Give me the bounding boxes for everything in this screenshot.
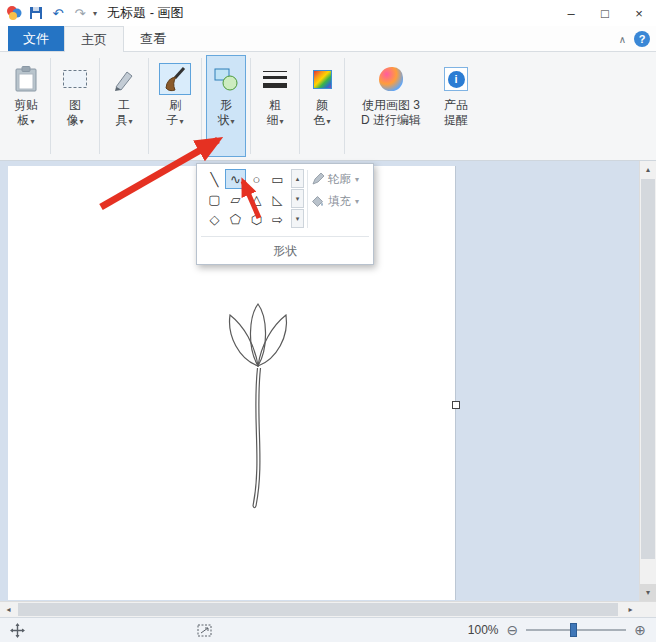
- shapes-panel-footer-label: 形状: [197, 243, 373, 260]
- title-bar: ↶ ↷ ▾ 无标题 - 画图 – □ ×: [0, 0, 656, 26]
- window-title: 无标题 - 画图: [107, 4, 184, 22]
- chevron-down-icon: ▾: [355, 197, 359, 206]
- paint3d-label: 使用画图 3: [361, 98, 421, 113]
- shape-curve[interactable]: ∿: [225, 169, 246, 189]
- shapes-button[interactable]: 形 状▾: [206, 55, 246, 157]
- undo-icon[interactable]: ↶: [49, 4, 67, 22]
- shapes-label: 形: [217, 98, 234, 113]
- outline-button[interactable]: 轮廓 ▾: [312, 170, 359, 188]
- scroll-right-icon[interactable]: ▸: [622, 602, 639, 617]
- chevron-down-icon: ▾: [128, 117, 132, 126]
- chevron-down-icon: ▾: [30, 117, 34, 126]
- shape-diamond[interactable]: ◇: [204, 209, 225, 229]
- vertical-scrollbar[interactable]: ▴ ▾: [639, 161, 656, 601]
- zoom-in-icon[interactable]: ⊕: [634, 622, 646, 638]
- quick-access-toolbar: ↶ ↷ ▾: [27, 4, 97, 22]
- ribbon-home: 剪贴 板▾ 图 像▾ 工 具▾: [0, 52, 656, 161]
- size-button[interactable]: 粗 细▾: [255, 55, 295, 157]
- colors-label: 颜: [313, 98, 330, 113]
- brush-icon: [159, 63, 191, 95]
- colors-button[interactable]: 颜 色▾: [304, 55, 340, 157]
- chevron-down-icon: ▾: [79, 117, 83, 126]
- zoom-level-label: 100%: [468, 623, 499, 637]
- shapes-dropdown-panel: ╲ ∿ ○ ▭ ▢ ▱ △ ◺ ◇ ⬠ ⬡ ⇨ ▴ ▾ ▾: [196, 163, 374, 265]
- zoom-out-icon[interactable]: ⊖: [507, 622, 519, 638]
- zoom-slider[interactable]: [526, 623, 626, 637]
- select-icon: [62, 60, 88, 98]
- image-button[interactable]: 图 像▾: [55, 55, 95, 157]
- vertical-scroll-thumb[interactable]: [641, 179, 655, 559]
- scrollbar-corner: [639, 602, 656, 617]
- shape-polygon[interactable]: ▱: [225, 189, 246, 209]
- alerts-label: 产品: [444, 98, 468, 113]
- chevron-down-icon: ▾: [179, 117, 183, 126]
- gallery-scroll-up-icon[interactable]: ▴: [291, 169, 304, 188]
- brushes-button[interactable]: 刷 子▾: [153, 55, 197, 157]
- chevron-down-icon: ▾: [279, 117, 283, 126]
- tab-view[interactable]: 查看: [124, 26, 182, 51]
- paint3d-button[interactable]: 使用画图 3 D 进行编辑: [349, 55, 433, 157]
- shape-arrow[interactable]: ⇨: [267, 209, 288, 229]
- gallery-row-down-icon[interactable]: ▾: [291, 189, 304, 208]
- line-thickness-icon: [263, 71, 287, 88]
- window-controls: – □ ×: [554, 0, 656, 26]
- collapse-ribbon-icon[interactable]: ∧: [619, 34, 626, 45]
- zoom-slider-thumb[interactable]: [570, 623, 577, 637]
- clipboard-button[interactable]: 剪贴 板▾: [6, 55, 46, 157]
- canvas-size-icon: [197, 624, 212, 637]
- paint-app-icon: [5, 4, 23, 22]
- image-label: 图: [66, 98, 83, 113]
- shape-oval[interactable]: ○: [246, 169, 267, 189]
- close-button[interactable]: ×: [622, 0, 656, 26]
- chevron-down-icon: ▾: [326, 117, 330, 126]
- brushes-label: 刷: [166, 98, 183, 113]
- horizontal-scroll-thumb[interactable]: [18, 603, 618, 616]
- tools-button[interactable]: 工 具▾: [104, 55, 144, 157]
- shape-rectangle[interactable]: ▭: [267, 169, 288, 189]
- help-icon[interactable]: ?: [634, 31, 650, 47]
- scroll-left-icon[interactable]: ◂: [0, 602, 17, 617]
- horizontal-scrollbar[interactable]: ◂ ▸: [0, 601, 656, 617]
- cursor-position-icon: [10, 623, 25, 638]
- zoom-controls: 100% ⊖ ⊕: [468, 622, 646, 638]
- clipboard-label: 剪贴: [14, 98, 38, 113]
- paint3d-icon: [379, 67, 403, 91]
- status-bar: 100% ⊖ ⊕: [0, 617, 656, 642]
- size-label: 粗: [266, 98, 283, 113]
- save-icon[interactable]: [27, 4, 45, 22]
- canvas-resize-handle[interactable]: [452, 401, 460, 409]
- scroll-down-icon[interactable]: ▾: [640, 584, 656, 601]
- scroll-up-icon[interactable]: ▴: [640, 161, 656, 178]
- outline-pencil-icon: [312, 173, 324, 185]
- shape-gallery: ╲ ∿ ○ ▭ ▢ ▱ △ ◺ ◇ ⬠ ⬡ ⇨: [204, 169, 288, 229]
- fill-bucket-icon: [312, 195, 324, 207]
- minimize-button[interactable]: –: [554, 0, 588, 26]
- clipboard-icon: [14, 60, 38, 98]
- shape-rounded-rectangle[interactable]: ▢: [204, 189, 225, 209]
- tab-home[interactable]: 主页: [64, 26, 124, 52]
- gallery-expand-icon[interactable]: ▾: [291, 209, 304, 228]
- tools-label: 工: [115, 98, 132, 113]
- ribbon-tabs: 文件 主页 查看 ∧ ?: [0, 26, 656, 52]
- chevron-down-icon: ▾: [355, 175, 359, 184]
- info-icon: i: [444, 67, 468, 91]
- color-palette-icon: [313, 70, 332, 89]
- redo-icon[interactable]: ↷: [71, 4, 89, 22]
- shape-triangle[interactable]: △: [246, 189, 267, 209]
- fill-button[interactable]: 填充 ▾: [312, 192, 359, 210]
- product-alerts-button[interactable]: i 产品 提醒: [433, 55, 479, 157]
- chevron-down-icon: ▾: [230, 117, 234, 126]
- qat-dropdown-icon[interactable]: ▾: [93, 9, 97, 18]
- shape-hexagon[interactable]: ⬡: [246, 209, 267, 229]
- gallery-scroll-buttons: ▴ ▾ ▾: [291, 169, 304, 229]
- shape-pentagon[interactable]: ⬠: [225, 209, 246, 229]
- tab-file[interactable]: 文件: [8, 26, 64, 51]
- pencil-tools-icon: [112, 60, 136, 98]
- maximize-button[interactable]: □: [588, 0, 622, 26]
- paint-window: ↶ ↷ ▾ 无标题 - 画图 – □ × 文件 主页 查看 ∧ ?: [0, 0, 656, 642]
- shape-right-triangle[interactable]: ◺: [267, 189, 288, 209]
- shapes-icon: [213, 60, 239, 98]
- shape-line[interactable]: ╲: [204, 169, 225, 189]
